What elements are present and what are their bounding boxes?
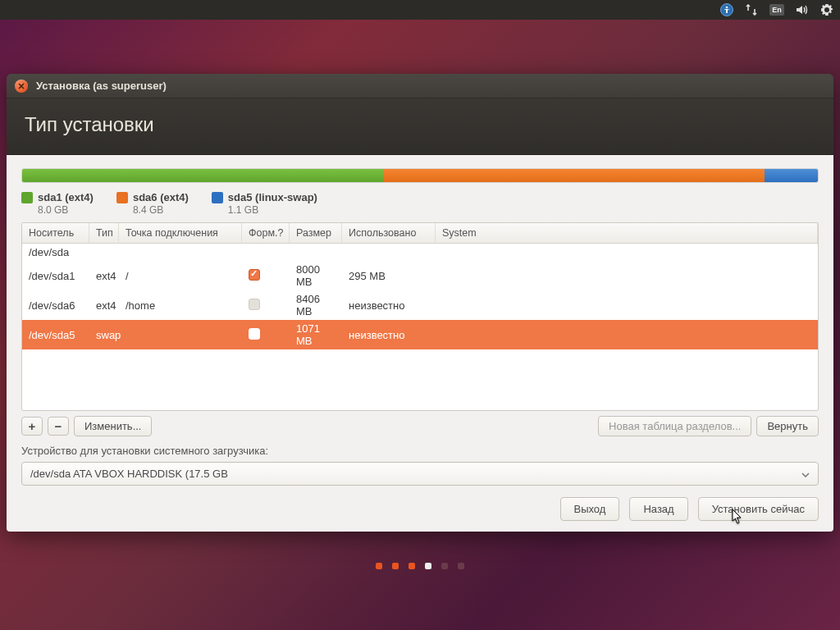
bootloader-label: Устройство для установки системного загр… xyxy=(21,445,819,457)
table-row[interactable]: /dev/sda6ext4/home8406 MBнеизвестно xyxy=(22,290,818,320)
table-header: Носитель Тип Точка подключения Форм.? Ра… xyxy=(22,223,818,244)
legend-swatch xyxy=(116,192,128,203)
progress-dot xyxy=(425,563,431,569)
progress-dot xyxy=(458,563,464,569)
volume-icon[interactable] xyxy=(796,3,809,16)
back-button[interactable]: Назад xyxy=(629,497,687,521)
legend-text: sda6 (ext4)8.4 GB xyxy=(133,191,189,216)
legend-swatch xyxy=(21,192,33,203)
col-used[interactable]: Использовано xyxy=(342,223,436,243)
progress-dots xyxy=(0,563,840,569)
partition-table: Носитель Тип Точка подключения Форм.? Ра… xyxy=(21,222,819,411)
page-heading: Тип установки xyxy=(7,98,833,155)
settings-icon[interactable] xyxy=(820,3,833,16)
legend-text: sda5 (linux-swap)1.1 GB xyxy=(228,191,317,216)
window-body: sda1 (ext4)8.0 GBsda6 (ext4)8.4 GBsda5 (… xyxy=(7,155,833,532)
format-checkbox[interactable] xyxy=(249,328,260,340)
table-row[interactable]: /dev/sda1ext4/8000 MB295 MB xyxy=(22,261,818,290)
col-type[interactable]: Тип xyxy=(89,223,119,243)
col-format[interactable]: Форм.? xyxy=(242,223,290,243)
remove-partition-button[interactable]: − xyxy=(48,417,69,436)
network-icon[interactable] xyxy=(745,3,758,16)
add-partition-button[interactable]: + xyxy=(21,417,43,436)
usage-segment-blue xyxy=(765,169,818,182)
revert-button[interactable]: Вернуть xyxy=(756,416,819,436)
change-partition-button[interactable]: Изменить... xyxy=(74,416,152,436)
col-system[interactable]: System xyxy=(436,223,818,243)
mouse-cursor xyxy=(732,509,743,525)
table-row[interactable]: /dev/sda5swap1071 MBнеизвестно xyxy=(22,320,818,349)
usage-segment-green xyxy=(22,169,384,182)
top-panel: En xyxy=(0,0,840,20)
close-icon[interactable] xyxy=(15,80,28,93)
col-mount[interactable]: Точка подключения xyxy=(119,223,242,243)
partition-legend: sda1 (ext4)8.0 GBsda6 (ext4)8.4 GBsda5 (… xyxy=(21,191,819,216)
table-row[interactable]: /dev/sda xyxy=(22,244,818,261)
legend-text: sda1 (ext4)8.0 GB xyxy=(38,191,94,216)
format-checkbox[interactable] xyxy=(249,299,260,310)
usage-segment-orange xyxy=(384,169,765,182)
installer-window: Установка (as superuser) Тип установки s… xyxy=(7,74,833,532)
keyboard-layout-indicator[interactable]: En xyxy=(769,4,784,16)
progress-dot xyxy=(441,563,448,569)
partition-usage-bar xyxy=(21,168,819,183)
accessibility-icon[interactable] xyxy=(720,3,733,16)
progress-dot xyxy=(376,563,382,569)
wizard-buttons: Выход Назад Установить сейчас xyxy=(21,497,819,521)
legend-swatch xyxy=(212,192,223,203)
legend-item: sda6 (ext4)8.4 GB xyxy=(116,191,189,216)
col-size[interactable]: Размер xyxy=(290,223,342,243)
svg-point-0 xyxy=(726,7,728,9)
progress-dot xyxy=(392,563,399,569)
col-device[interactable]: Носитель xyxy=(22,223,89,243)
install-now-button[interactable]: Установить сейчас xyxy=(698,497,819,521)
new-partition-table-button[interactable]: Новая таблица разделов... xyxy=(598,416,751,436)
legend-item: sda5 (linux-swap)1.1 GB xyxy=(212,191,317,216)
format-checkbox[interactable] xyxy=(249,269,260,281)
window-title: Установка (as superuser) xyxy=(36,80,167,92)
bootloader-device-combo[interactable]: /dev/sda ATA VBOX HARDDISK (17.5 GB xyxy=(21,462,819,486)
chevron-down-icon xyxy=(801,468,810,480)
quit-button[interactable]: Выход xyxy=(560,497,620,521)
bootloader-device-value: /dev/sda ATA VBOX HARDDISK (17.5 GB xyxy=(30,468,228,480)
progress-dot xyxy=(409,563,415,569)
legend-item: sda1 (ext4)8.0 GB xyxy=(21,191,94,216)
partition-actions: + − Изменить... Новая таблица разделов..… xyxy=(21,416,819,436)
window-titlebar[interactable]: Установка (as superuser) xyxy=(7,74,833,98)
